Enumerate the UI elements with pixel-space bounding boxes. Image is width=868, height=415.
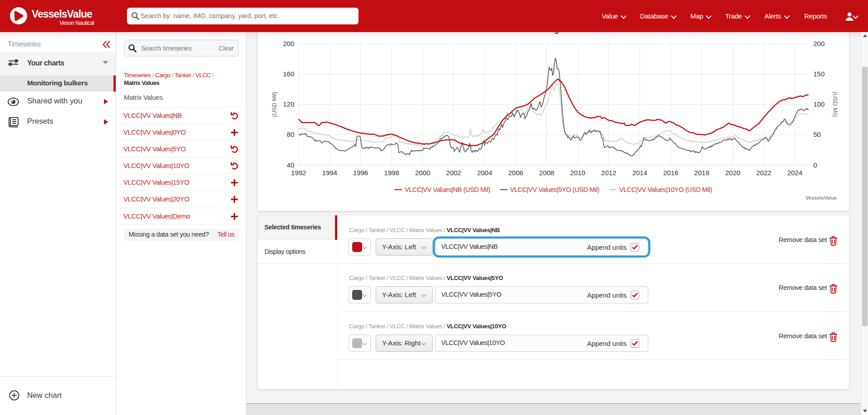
- svg-text:2022: 2022: [756, 169, 771, 177]
- svg-text:2020: 2020: [725, 169, 740, 177]
- svg-text:50: 50: [813, 131, 821, 138]
- svg-text:120: 120: [283, 100, 294, 108]
- svg-text:100: 100: [813, 100, 825, 108]
- svg-text:2018: 2018: [694, 169, 709, 177]
- svg-text:2024: 2024: [787, 169, 802, 177]
- svg-text:(USD Mil): (USD Mil): [271, 92, 278, 117]
- svg-text:150: 150: [813, 70, 825, 78]
- svg-text:2006: 2006: [508, 169, 523, 177]
- svg-text:2004: 2004: [477, 169, 492, 177]
- svg-text:200: 200: [283, 40, 294, 47]
- svg-text:2010: 2010: [570, 169, 585, 177]
- svg-text:1992: 1992: [291, 169, 306, 177]
- svg-text:2008: 2008: [539, 169, 554, 177]
- svg-text:1994: 1994: [322, 169, 337, 177]
- svg-text:200: 200: [813, 40, 825, 47]
- svg-text:1998: 1998: [384, 169, 399, 177]
- svg-text:2016: 2016: [663, 169, 678, 177]
- svg-text:2000: 2000: [415, 169, 430, 177]
- svg-text:160: 160: [283, 70, 294, 78]
- svg-text:40: 40: [287, 161, 294, 169]
- svg-text:0: 0: [813, 161, 817, 169]
- svg-text:2012: 2012: [601, 169, 616, 177]
- svg-text:80: 80: [287, 131, 294, 138]
- svg-text:1996: 1996: [353, 169, 368, 177]
- svg-text:(USD Mil): (USD Mil): [832, 92, 839, 117]
- svg-text:2002: 2002: [446, 169, 461, 177]
- svg-text:2014: 2014: [632, 169, 647, 177]
